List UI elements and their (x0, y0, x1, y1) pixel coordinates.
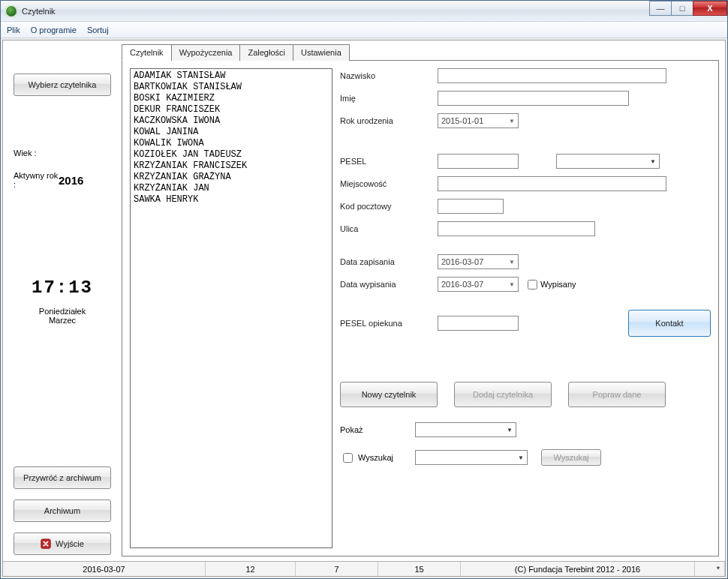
new-reader-button[interactable]: Nowy czytelnik (340, 382, 438, 407)
select-reader-button[interactable]: Wybierz czytelnika (14, 74, 111, 96)
app-icon (5, 5, 17, 17)
minimize-button[interactable]: — (649, 1, 672, 16)
birthyear-label: Rok urodzenia (340, 116, 438, 125)
archive-button[interactable]: Archiwum (14, 500, 111, 522)
window-title: Czytelnik (22, 7, 56, 16)
exit-icon (41, 538, 51, 549)
contact-button[interactable]: Kontakt (628, 310, 711, 337)
name-label: Imię (340, 94, 438, 103)
list-item[interactable]: KRZYŻANIAK JAN (134, 183, 329, 194)
checkout-date-label: Data wypisania (340, 280, 438, 289)
menu-sortuj[interactable]: Sortuj (87, 26, 109, 34)
exit-button[interactable]: Wyjście (14, 532, 111, 555)
list-item[interactable]: KRZYŻANIAK FRANCISZEK (134, 160, 329, 172)
pesel-input[interactable] (438, 154, 519, 169)
list-item[interactable]: KOWAL JANINA (134, 127, 329, 138)
status-copyright: (C) Fundacja Terebint 2012 - 2016 (461, 562, 695, 576)
chevron-down-icon: ▼ (507, 427, 513, 434)
center-panel: Czytelnik Wypożyczenia Zaległości Ustawi… (119, 44, 722, 561)
checked-out-checkbox[interactable] (528, 280, 537, 290)
maximize-button[interactable]: □ (671, 1, 693, 16)
clock: 17:13 Poniedziałek Marzec (32, 278, 93, 325)
guardian-pesel-label: PESEL opiekuna (340, 319, 438, 328)
surname-label: Nazwisko (340, 71, 438, 80)
window: Czytelnik — □ X Plik O programie Sortuj … (0, 0, 728, 579)
postcode-label: Kod pocztowy (340, 202, 438, 211)
list-item[interactable]: ADAMIAK STANISŁAW (134, 70, 329, 82)
show-combo[interactable]: ▼ (415, 422, 516, 437)
active-year-value: 2016 (59, 174, 83, 187)
menu-plik[interactable]: Plik (7, 26, 20, 34)
add-reader-button[interactable]: Dodaj czytelnika (454, 382, 552, 407)
status-date: 2016-03-07 (3, 562, 206, 576)
checkout-date-picker[interactable]: 2016-03-07 ▼ (438, 277, 519, 292)
chevron-down-icon: ▼ (650, 158, 656, 165)
active-year-label: Aktywny rok : (14, 171, 59, 189)
status-count-2: 7 (296, 562, 378, 576)
list-item[interactable]: SAWKA HENRYK (134, 194, 329, 206)
status-count-3: 15 (378, 562, 461, 576)
search-button[interactable]: Wyszukaj (541, 449, 601, 466)
client-area: Wybierz czytelnika Wiek : Aktywny rok : … (2, 40, 726, 577)
close-button[interactable]: X (693, 1, 727, 16)
reader-form: Nazwisko Imię Rok urodzenia 2015-01-01 ▼ (340, 68, 711, 548)
search-label: Wyszukaj (358, 453, 393, 462)
chevron-down-icon: ▼ (509, 281, 515, 288)
restore-archive-button[interactable]: Przywróć z archiwum (14, 466, 111, 489)
reader-list[interactable]: ADAMIAK STANISŁAW BARTKOWIAK STANISŁAW B… (130, 68, 332, 548)
clock-day: Poniedziałek (32, 307, 93, 316)
exit-button-label: Wyjście (56, 539, 84, 548)
guardian-pesel-input[interactable] (438, 316, 519, 331)
city-input[interactable] (438, 176, 666, 191)
menu-oprogramie[interactable]: O programie (31, 26, 77, 34)
chevron-down-icon: ▼ (518, 454, 524, 461)
list-item[interactable]: BARTKOWIAK STANISŁAW (134, 82, 329, 93)
checked-out-label: Wypisany (540, 280, 576, 289)
tab-zaleglosci[interactable]: Zaległości (239, 44, 293, 61)
pesel-label: PESEL (340, 157, 438, 166)
search-combo[interactable]: ▼ (415, 450, 528, 465)
postcode-input[interactable] (438, 199, 504, 214)
city-label: Miejscowość (340, 179, 438, 188)
tab-wypozyczenia[interactable]: Wypożyczenia (171, 44, 241, 61)
chevron-down-icon: ▼ (509, 118, 515, 124)
list-item[interactable]: KACZKOWSKA IWONA (134, 116, 329, 127)
age-label: Wiek : (14, 148, 59, 158)
name-input[interactable] (438, 91, 629, 106)
birthyear-picker[interactable]: 2015-01-01 ▼ (438, 113, 519, 128)
tab-czytelnik[interactable]: Czytelnik (122, 44, 172, 61)
enroll-date-picker[interactable]: 2016-03-07 ▼ (438, 254, 519, 269)
status-count-1: 12 (206, 562, 296, 576)
window-controls: — □ X (650, 1, 727, 21)
street-input[interactable] (438, 221, 595, 236)
search-checkbox[interactable] (343, 453, 353, 463)
pesel-combo[interactable]: ▼ (556, 154, 660, 169)
list-item[interactable]: KOZIOŁEK JAN TADEUSZ (134, 149, 329, 160)
clock-time: 17:13 (32, 278, 93, 298)
enroll-date-label: Data zapisania (340, 257, 438, 266)
list-item[interactable]: DEKUR FRANCISZEK (134, 104, 329, 116)
surname-input[interactable] (438, 68, 666, 83)
list-item[interactable]: KOWALIK IWONA (134, 138, 329, 149)
tab-ustawienia[interactable]: Ustawienia (293, 44, 350, 61)
street-label: Ulica (340, 224, 438, 233)
tab-strip: Czytelnik Wypożyczenia Zaległości Ustawi… (122, 44, 719, 61)
show-label: Pokaż (340, 425, 415, 434)
list-item[interactable]: KRZYŻANIAK GRAŻYNA (134, 172, 329, 183)
edit-data-button[interactable]: Popraw dane (568, 382, 666, 407)
menu-bar: Plik O programie Sortuj (1, 22, 727, 38)
title-bar: Czytelnik — □ X (1, 1, 727, 22)
chevron-down-icon: ▼ (509, 259, 515, 266)
list-item[interactable]: BOSKI KAZIMIERZ (134, 93, 329, 104)
status-mark: * (695, 562, 725, 576)
clock-month: Marzec (32, 316, 93, 325)
status-bar: 2016-03-07 12 7 15 (C) Fundacja Terebint… (3, 561, 725, 576)
sidebar: Wybierz czytelnika Wiek : Aktywny rok : … (6, 44, 119, 561)
